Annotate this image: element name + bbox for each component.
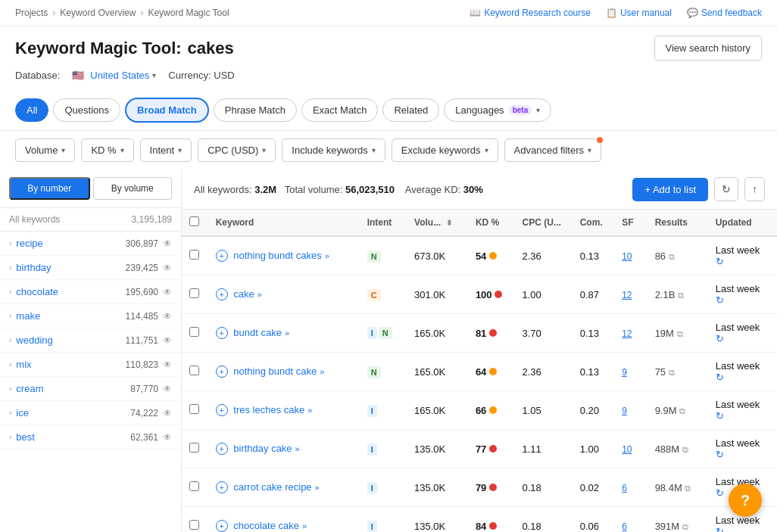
manual-link[interactable]: 📋 User manual [606,8,672,18]
row-checkbox[interactable] [189,520,199,530]
keyword-add-icon[interactable]: + [216,288,228,300]
sidebar-item-cream[interactable]: › cream 87,770 👁 [0,377,181,401]
refresh-icon[interactable]: ↻ [716,333,724,344]
sf-link[interactable]: 12 [622,328,632,339]
breadcrumb-sep-2: › [140,8,143,18]
sidebar-item-wedding[interactable]: › wedding 111,751 👁 [0,328,181,353]
sf-link[interactable]: 9 [622,367,627,378]
eye-icon-birthday[interactable]: 👁 [163,263,172,273]
export-button[interactable]: ↑ [744,177,765,201]
intent-filter[interactable]: Intent ▾ [140,138,192,162]
eye-icon-best[interactable]: 👁 [163,432,172,443]
row-checkbox[interactable] [189,481,199,491]
languages-tab[interactable]: Languages beta ▾ [444,98,551,122]
sf-link[interactable]: 9 [622,406,627,416]
volume-filter[interactable]: Volume ▾ [15,138,75,162]
refresh-icon[interactable]: ↻ [716,294,724,306]
breadcrumb-projects[interactable]: Projects [15,8,48,18]
keyword-link[interactable]: bundt cake » [233,327,289,338]
tab-questions[interactable]: Questions [53,98,120,122]
sidebar-item-mix[interactable]: › mix 110,823 👁 [0,353,181,377]
sidebar-label-recipe[interactable]: recipe [16,238,42,249]
refresh-button[interactable]: ↻ [714,177,738,201]
cpc-filter[interactable]: CPC (USD) ▾ [198,138,276,162]
keyword-link[interactable]: birthday cake » [233,443,299,454]
sidebar-label-mix[interactable]: mix [16,359,31,370]
keyword-link[interactable]: tres leches cake » [233,404,312,415]
exclude-keywords-filter[interactable]: Exclude keywords ▾ [392,138,498,162]
tab-exact-match[interactable]: Exact Match [301,98,379,122]
tab-related[interactable]: Related [382,98,439,122]
keyword-link[interactable]: carrot cake recipe » [233,481,319,493]
sidebar-item-recipe[interactable]: › recipe 306,897 👁 [0,232,181,256]
by-volume-toggle[interactable]: By volume [93,177,173,200]
kd-arrow: ▾ [120,146,124,154]
sidebar-item-ice[interactable]: › ice 74,222 👁 [0,401,181,425]
sidebar-label-best[interactable]: best [16,431,35,443]
refresh-icon[interactable]: ↻ [716,256,724,267]
eye-icon-wedding[interactable]: 👁 [163,335,172,346]
keyword-add-icon[interactable]: + [216,520,228,532]
sidebar-label-chocolate[interactable]: chocolate [16,286,58,297]
breadcrumb-keyword-overview[interactable]: Keyword Overview [60,8,136,18]
eye-icon-ice[interactable]: 👁 [163,408,172,418]
include-keywords-filter[interactable]: Include keywords ▾ [282,138,385,162]
country-selector[interactable]: 🇺🇸 United States ▾ [72,70,156,81]
keyword-add-icon[interactable]: + [216,404,228,416]
sidebar-label-wedding[interactable]: wedding [16,334,52,346]
eye-icon-make[interactable]: 👁 [163,311,172,322]
sidebar-label-make[interactable]: make [16,310,40,322]
refresh-icon[interactable]: ↻ [716,526,724,532]
add-to-list-button[interactable]: + Add to list [632,178,708,201]
sidebar-label-cream[interactable]: cream [16,383,43,394]
row-checkbox[interactable] [189,443,199,453]
sidebar-item-chocolate[interactable]: › chocolate 195,690 👁 [0,280,181,304]
keyword-link[interactable]: nothing bundt cake » [233,366,324,377]
row-checkbox[interactable] [189,366,199,375]
keyword-add-icon[interactable]: + [216,250,228,262]
refresh-icon[interactable]: ↻ [716,487,724,499]
table-row: + nothing bundt cake » N 165.0K 64 2.36 … [182,353,777,391]
keyword-link[interactable]: nothing bundt cakes » [233,250,329,261]
tab-all[interactable]: All [15,98,48,122]
view-history-button[interactable]: View search history [654,36,762,61]
course-link[interactable]: 📖 Keyword Research course [470,8,591,18]
keyword-add-icon[interactable]: + [216,327,228,339]
kd-filter[interactable]: KD % ▾ [81,138,133,162]
help-button[interactable]: ? [729,484,762,517]
keyword-add-icon[interactable]: + [216,481,228,493]
feedback-link[interactable]: 💬 Send feedback [687,8,762,18]
sf-link[interactable]: 6 [622,521,627,532]
col-header-volume[interactable]: Volu... ⬍ [407,210,468,236]
keyword-link[interactable]: cake » [233,288,262,300]
by-number-toggle[interactable]: By number [9,177,90,200]
sf-link[interactable]: 10 [622,251,632,262]
updated-text: Last week [716,360,760,372]
row-checkbox[interactable] [189,250,199,260]
refresh-icon[interactable]: ↻ [716,372,724,383]
row-checkbox[interactable] [189,327,199,337]
keyword-add-icon[interactable]: + [216,366,228,378]
eye-icon-chocolate[interactable]: 👁 [163,287,172,297]
sidebar-item-birthday[interactable]: › birthday 239,425 👁 [0,256,181,280]
row-checkbox[interactable] [189,404,199,414]
sidebar-label-birthday[interactable]: birthday [16,262,51,273]
row-checkbox[interactable] [189,288,199,298]
tab-phrase-match[interactable]: Phrase Match [214,98,297,122]
keyword-add-icon[interactable]: + [216,443,228,455]
select-all-checkbox[interactable] [189,216,199,226]
sidebar-item-best[interactable]: › best 62,361 👁 [0,425,181,450]
refresh-icon[interactable]: ↻ [716,410,724,422]
sf-link[interactable]: 12 [622,290,632,300]
eye-icon-mix[interactable]: 👁 [163,359,172,370]
advanced-filters-button[interactable]: Advanced filters ▾ [504,138,602,162]
sf-link[interactable]: 6 [622,483,627,493]
sidebar-label-ice[interactable]: ice [16,407,29,418]
eye-icon-cream[interactable]: 👁 [163,384,172,394]
sidebar-item-make[interactable]: › make 114,485 👁 [0,304,181,328]
refresh-icon[interactable]: ↻ [716,449,724,460]
eye-icon-recipe[interactable]: 👁 [163,238,172,249]
sf-link[interactable]: 10 [622,444,632,455]
tab-broad-match[interactable]: Broad Match [125,98,209,123]
keyword-link[interactable]: chocolate cake » [233,520,307,531]
